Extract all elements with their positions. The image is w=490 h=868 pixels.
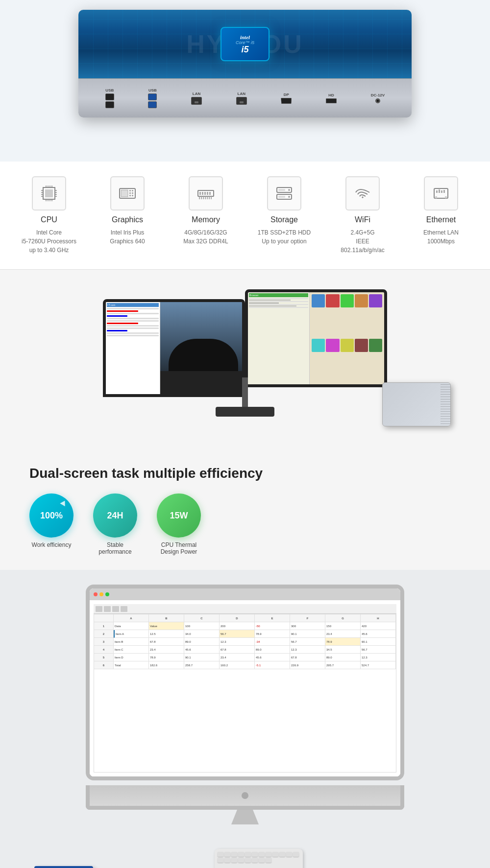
right-monitor: Browser [245,289,387,387]
mac-close-dot [94,592,98,596]
stable-performance-label: Stable performance [93,541,137,555]
ss-data-cell: 226.9 [290,661,325,669]
svg-rect-21 [129,192,131,194]
tdp-value: 15W [170,511,188,521]
work-efficiency-label: Work efficiency [32,541,72,548]
usb-port-group-1: USB [105,88,114,108]
storage-category: Storage [270,215,298,224]
lan2-label: LAN [238,92,245,96]
browser-line [107,330,127,331]
keyboard-key [272,852,278,857]
wifi-icon-box [345,176,380,211]
ethernet-icon-box [424,176,458,211]
svg-point-41 [288,189,290,191]
svg-rect-29 [204,192,206,195]
svg-rect-27 [199,192,201,195]
mac-minimize-dot [99,592,103,596]
ss-data-cell: 524.7 [361,661,396,669]
app-icon [341,294,354,307]
ss-data-cell: Total [114,661,149,669]
ss-data-cell: 90.1 [290,630,325,638]
usb2-pair [148,94,157,108]
keyboard-key [231,852,237,857]
i5-label: i5 [241,45,248,54]
specs-grid: CPU Intel Core i5-7260U Processors up to… [10,176,480,255]
ss-data-cell: Value [149,622,184,630]
keyboard-key [266,852,271,857]
usb1-label: USB [105,88,114,93]
keyboard-key [259,858,265,863]
svg-rect-34 [203,196,204,199]
ss-data-cell: 12.5 [149,630,184,638]
svg-rect-25 [132,195,133,196]
dp-port-group: DP [281,93,292,104]
right-monitor-screen: Browser [248,292,384,384]
ss-row-header: 4 [94,646,114,654]
spec-item-wifi: WiFi 2.4G+5G IEEE 802.11a/b/g/n/ac [328,176,397,255]
hd-port [326,98,337,103]
work-efficiency-circle: 100% [29,493,74,538]
ethernet-category: Ethernet [426,215,456,224]
svg-rect-32 [199,196,200,199]
ss-data-cell: 67.8 [149,638,184,646]
ss-row-header: 3 [94,638,114,646]
toolbar-btn[interactable] [96,606,102,612]
svg-rect-37 [209,196,210,199]
storage-icon-box [267,176,301,211]
keyboard-key [286,852,292,857]
ss-data-cell: 90.1 [184,654,220,661]
svg-rect-49 [443,190,445,193]
memory-category: Memory [192,215,220,224]
usb-port-1b [105,101,114,108]
ss-data-cell: 420 [361,622,396,630]
svg-rect-22 [129,195,131,196]
keyboard-item [215,849,303,868]
storage-icon [274,184,294,203]
ss-data-cell: 300 [290,622,325,630]
ss-header-cell: H [361,614,396,622]
ss-data-cell: 182.6 [149,661,184,669]
toolbar-btn[interactable] [121,606,127,612]
dp-port [281,98,292,104]
svg-rect-38 [211,196,212,199]
ss-data-cell: 160.2 [220,661,255,669]
ss-data-cell: 78.9 [325,638,361,646]
ss-data-cell: 23.4 [149,646,184,654]
dual-screen-section: FT.com [0,270,490,570]
browser-line [107,332,159,334]
ss-data-cell: 89.0 [325,654,361,661]
ss-data-cell: -5.1 [255,661,290,669]
left-monitor-screen: FT.com [106,302,242,394]
wifi-category: WiFi [355,215,370,224]
dual-screen-title: Dual-screen task multiple efficiency [0,456,490,489]
work-efficiency-value: 100% [40,511,63,521]
svg-rect-47 [439,189,440,193]
ss-data-cell: 56.7 [290,638,325,646]
keyboard-key [224,858,230,863]
svg-rect-35 [205,196,206,199]
app-icon [355,339,368,352]
spec-item-cpu: CPU Intel Core i5-7260U Processors up to… [15,176,83,255]
toolbar-btn[interactable] [104,606,111,612]
ss-data-cell: 23.4 [220,654,255,661]
spec-item-ethernet: Ethernet Ethernet LAN 1000Mbps [407,176,475,246]
cpu-icon [39,184,59,203]
memory-detail: 4G/8G/16G/32G Max 32G DDR4L [183,228,228,246]
imac-wrapper: A B C D E F G H 1 Data Value 10 [74,585,416,810]
toolbar-btn[interactable] [112,606,119,612]
ethernet-icon [431,184,451,203]
usb3-port-2a [148,94,157,100]
keyboard-key [231,858,237,863]
ss-data-cell: Item A [114,630,149,638]
dual-monitor-display: FT.com [0,280,490,456]
keyboard-key [224,852,230,857]
ss-data-cell: Item D [114,654,149,661]
svg-rect-33 [201,196,202,199]
imac-chin [86,785,404,810]
ss-header-cell: C [184,614,220,622]
browser-line [107,315,127,317]
svg-rect-19 [121,190,128,197]
browser-line [107,328,159,329]
spreadsheet-grid: A B C D E F G H 1 Data Value 10 [94,614,396,773]
browser-line [107,335,159,336]
